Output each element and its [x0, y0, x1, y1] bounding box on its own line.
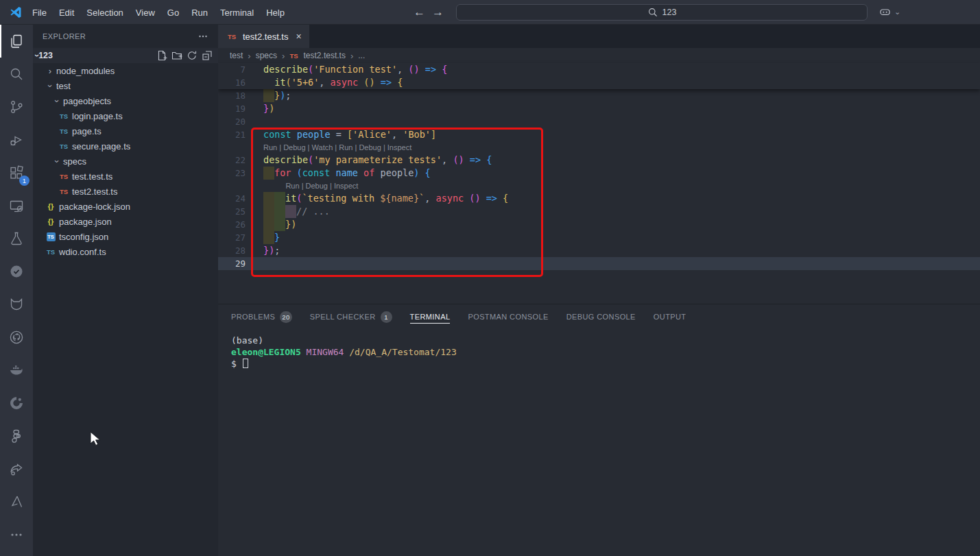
activity-gitlens[interactable] [0, 288, 33, 321]
codelens-actions[interactable]: Run | Debug | Watch | Run | Debug | Insp… [263, 141, 411, 154]
activity-remote-explorer[interactable] [0, 189, 33, 222]
menu-view[interactable]: View [130, 8, 161, 18]
indent-guide-block [263, 192, 274, 205]
code-token: people [381, 167, 414, 180]
menu-go[interactable]: Go [161, 8, 185, 18]
tree-item-test-test-ts[interactable]: TStest.test.ts [33, 169, 218, 184]
activity-extensions[interactable]: 1 [0, 156, 33, 189]
code-token: 'Function test' [313, 63, 397, 76]
tree-item-pageobjects[interactable]: ›pageobjects [33, 93, 218, 108]
code-token: ; [274, 244, 280, 257]
code-token [291, 167, 296, 180]
share-icon [8, 461, 25, 477]
code-line-26[interactable]: 26}) [218, 218, 980, 231]
code-token: ) [414, 167, 419, 180]
close-icon[interactable]: × [296, 31, 301, 42]
refresh-icon[interactable] [187, 50, 198, 61]
tree-item-specs[interactable]: ›specs [33, 154, 218, 169]
code-editor[interactable]: 7describe('Function test', () => {16 it(… [218, 63, 980, 270]
tree-item-package-lock-json[interactable]: {}package-lock.json [33, 199, 218, 214]
menu-help[interactable]: Help [260, 8, 291, 18]
beaker-icon [8, 230, 25, 247]
code-token: } [274, 89, 280, 102]
code-token: , [397, 63, 408, 76]
panel-tab-terminal[interactable]: TERMINAL [401, 304, 459, 329]
panel-tab-debug-console[interactable]: DEBUG CONSOLE [558, 304, 645, 329]
code-token: () [469, 192, 480, 205]
code-token: ; [285, 89, 291, 102]
menu-selection[interactable]: Selection [80, 8, 129, 18]
tree-item-label: package-lock.json [59, 202, 130, 212]
breadcrumb-item--[interactable]: ... [358, 51, 365, 60]
code-line-23[interactable]: 23for (const name of people) { [218, 167, 980, 180]
workspace-section-header[interactable]: › 123 [33, 48, 218, 63]
tree-item-package-json[interactable]: {}package.json [33, 214, 218, 229]
tree-item-tsconfig-json[interactable]: TStsconfig.json [33, 229, 218, 244]
panel-tab-problems[interactable]: PROBLEMS20 [222, 304, 301, 329]
menu-file[interactable]: File [26, 8, 53, 18]
menu-terminal[interactable]: Terminal [214, 8, 260, 18]
code-line-16[interactable]: 16 it('5+6', async () => { [218, 76, 980, 89]
copilot-menu[interactable]: ⌄ [878, 5, 900, 19]
breadcrumb-item-specs[interactable]: specs [256, 51, 277, 60]
code-line-19[interactable]: 19}) [218, 102, 980, 115]
ellipsis-icon [8, 527, 25, 543]
panel-tab-spell-checker[interactable]: SPELL CHECKER1 [301, 304, 401, 329]
activity-more-views[interactable] [0, 518, 33, 551]
codelens-row: Run | Debug | Inspect [218, 180, 980, 192]
badge: 1 [381, 311, 392, 323]
panel-tab-postman-console[interactable]: POSTMAN CONSOLE [459, 304, 557, 329]
tree-item-page-ts[interactable]: TSpage.ts [33, 123, 218, 138]
tree-item-test2-test-ts[interactable]: TStest2.test.ts [33, 184, 218, 199]
sticky-scroll: 7describe('Function test', () => {16 it(… [218, 63, 980, 89]
activity-explorer[interactable] [0, 25, 33, 58]
code-line-21[interactable]: 21const people = ['Alice', 'Bob'] [218, 128, 980, 141]
code-token [497, 192, 503, 205]
code-line-25[interactable]: 25// ... [218, 205, 980, 218]
panel-tab-output[interactable]: OUTPUT [645, 304, 695, 329]
collapse-all-icon[interactable] [202, 50, 213, 61]
activity-todo-check[interactable] [0, 255, 33, 288]
code-line-27[interactable]: 27} [218, 231, 980, 244]
activity-docker[interactable] [0, 354, 33, 387]
badge: 20 [280, 311, 291, 323]
activity-source-control[interactable] [0, 90, 33, 123]
tree-item-node-modules[interactable]: ›node_modules [33, 63, 218, 78]
code-line-24[interactable]: 24it(`testing with ${name}`, async () =>… [218, 192, 980, 205]
line-number: 20 [218, 115, 263, 128]
check-circle-icon [8, 263, 25, 280]
tab-test2-test-ts[interactable]: TS test2.test.ts × [218, 25, 309, 48]
tree-item-wdio-conf-ts[interactable]: TSwdio.conf.ts [33, 244, 218, 259]
breadcrumb-label: test [230, 51, 243, 60]
code-line-22[interactable]: 22describe('my parameterize tests', () =… [218, 154, 980, 167]
breadcrumb-item-test[interactable]: test [230, 51, 243, 60]
code-line-28[interactable]: 28}); [218, 244, 980, 257]
activity-browser-preview[interactable] [0, 387, 33, 420]
activity-search[interactable] [0, 58, 33, 90]
activity-live-share[interactable] [0, 452, 33, 485]
tree-item-login-page-ts[interactable]: TSlogin.page.ts [33, 108, 218, 123]
breadcrumb-item-test2-test-ts[interactable]: TStest2.test.ts [289, 51, 346, 60]
tree-item-test[interactable]: ›test [33, 78, 218, 93]
forward-arrow-icon[interactable]: → [432, 5, 444, 19]
tree-item-secure-page-ts[interactable]: TSsecure.page.ts [33, 138, 218, 154]
code-line-29[interactable]: 29 [218, 257, 980, 270]
back-arrow-icon[interactable]: ← [414, 5, 425, 19]
activity-testing[interactable] [0, 222, 33, 255]
terminal[interactable]: (base)eleon@LEGION5 MINGW64 /d/QA_A/Test… [218, 329, 980, 370]
activity-run-and-debug[interactable] [0, 123, 33, 156]
activity-figma[interactable] [0, 420, 33, 452]
code-line-20[interactable]: 20 [218, 115, 980, 128]
activity-github[interactable] [0, 321, 33, 354]
line-number: 21 [218, 128, 263, 141]
new-file-icon[interactable] [156, 50, 167, 61]
activity-azure[interactable] [0, 485, 33, 518]
command-search-input[interactable]: 123 [456, 4, 868, 21]
new-folder-icon[interactable] [171, 50, 182, 61]
codelens-actions[interactable]: Run | Debug | Inspect [285, 180, 358, 192]
code-line-18[interactable]: 18}); [218, 89, 980, 102]
code-line-7[interactable]: 7describe('Function test', () => { [218, 63, 980, 76]
explorer-more-actions-icon[interactable] [198, 31, 208, 42]
menu-run[interactable]: Run [185, 8, 214, 18]
menu-edit[interactable]: Edit [53, 8, 80, 18]
